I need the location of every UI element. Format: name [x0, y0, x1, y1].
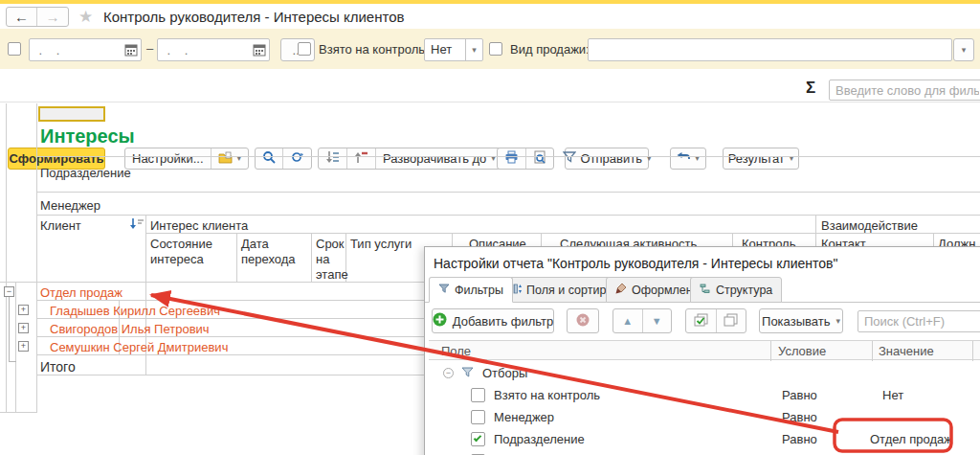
back-button[interactable]: ← [7, 8, 37, 26]
back-arrow-icon: ← [14, 9, 29, 25]
interest-group-header: Интерес клиента [150, 218, 248, 233]
group-row-department[interactable]: Отдел продаж [40, 285, 122, 300]
sort-descending-icon[interactable] [129, 218, 144, 233]
column-header: Дата перехода [241, 237, 308, 267]
dialog-title: Настройки отчета "Контроль руководителя … [434, 256, 837, 271]
sale-type-caret-button[interactable]: ▾ [953, 38, 974, 61]
filter-field: Подразделение [494, 432, 585, 446]
date-to-input[interactable] [164, 39, 246, 60]
expand-row-toggle[interactable]: + [18, 323, 29, 333]
filter-condition[interactable]: Равно [782, 388, 817, 402]
check-button-group [685, 308, 746, 333]
favorite-star-icon[interactable]: ★ [78, 7, 93, 27]
move-button-group: ▲ ▼ [612, 308, 672, 333]
filters-group-row[interactable]: − Отборы [429, 363, 980, 385]
calendar-icon[interactable] [124, 43, 138, 59]
column-header: Тип услуги [350, 237, 412, 251]
date-from-input[interactable] [35, 39, 118, 60]
department-row-label: Подразделение [40, 166, 131, 180]
delete-filter-button[interactable] [567, 308, 599, 333]
taken-on-control-label: Взято на контроль: [319, 42, 429, 57]
cell-cursor[interactable] [38, 106, 105, 122]
filter-value-highlighted[interactable]: Отдел продаж [870, 432, 952, 446]
add-filter-button[interactable]: Добавить фильтр [432, 308, 554, 333]
filter-row-partial[interactable] [429, 451, 980, 455]
delete-circle-icon [576, 313, 590, 330]
manager-row[interactable]: Гладышев Кирилл Сергеевич [50, 304, 220, 318]
filter-row-checkbox[interactable] [471, 410, 485, 424]
move-up-button[interactable]: ▲ [613, 309, 643, 332]
taken-on-control-checkbox[interactable] [298, 42, 311, 56]
nav-button-group: ← → [6, 7, 69, 27]
filter-condition[interactable]: Равно [782, 432, 817, 446]
sale-type-input[interactable] [588, 38, 952, 61]
uncheck-all-icon [724, 313, 738, 330]
column-header-condition: Условие [778, 344, 826, 358]
filters-funnel-icon [461, 367, 474, 381]
chevron-down-icon: ▾ [835, 317, 840, 326]
quick-filter-input[interactable] [829, 80, 980, 101]
filters-group-label: Отборы [482, 366, 527, 380]
total-row-label: Итого [40, 359, 76, 375]
plus-circle-icon [433, 312, 447, 330]
filters-table-header: Поле Условие Значение [429, 340, 980, 360]
check-all-button[interactable] [686, 309, 717, 332]
expand-row-toggle[interactable]: + [18, 305, 29, 315]
forward-button[interactable]: → [37, 8, 68, 26]
filter-value[interactable]: Нет [882, 388, 903, 402]
filter-field: Менеджер [494, 410, 554, 424]
chevron-down-icon: ▾ [962, 46, 967, 55]
report-heading: Интересы [40, 125, 135, 148]
report-toolbar: Сформировать Настройки... ▾ [0, 69, 980, 102]
column-header: Состояние интереса [150, 237, 232, 267]
paintbrush-icon [615, 283, 627, 297]
tab-filters[interactable]: Фильтры [429, 277, 513, 303]
collapse-circle-icon[interactable]: − [443, 368, 454, 378]
manager-row-label: Менеджер [40, 198, 100, 213]
check-all-icon [694, 313, 708, 330]
move-down-button[interactable]: ▼ [643, 309, 672, 332]
collapse-group-toggle[interactable]: − [4, 286, 14, 297]
structure-tree-icon [700, 284, 711, 297]
funnel-icon [438, 284, 450, 297]
filter-row-checkbox-checked[interactable] [471, 432, 485, 446]
tab-structure[interactable]: Структура [690, 277, 782, 303]
sale-type-label: Вид продажи: [510, 42, 590, 57]
sale-type-checkbox[interactable] [489, 42, 502, 56]
filter-condition[interactable]: Равно [782, 410, 817, 424]
combo-caret-button[interactable]: ▾ [465, 39, 482, 60]
arrow-down-icon: ▼ [652, 315, 662, 327]
filter-row[interactable]: Взято на контроль Равно Нет [429, 385, 980, 407]
arrow-up-icon: ▲ [622, 315, 633, 327]
report-settings-dialog: Настройки отчета "Контроль руководителя … [424, 246, 980, 455]
filter-row-checkbox[interactable] [471, 388, 485, 402]
column-header-value: Значение [879, 344, 934, 358]
interaction-group-header: Взаимодействие [821, 218, 918, 233]
manager-row[interactable]: Свигородов Илья Петрович [50, 322, 210, 336]
taken-on-control-value: Нет [431, 42, 452, 57]
filter-bar: – ... Взято на контроль: Нет ▾ Вид прода… [0, 29, 980, 69]
period-checkbox[interactable] [8, 42, 21, 56]
manager-row[interactable]: Семушкин Сергей Дмитриевич [50, 340, 228, 354]
tab-label: Фильтры [455, 284, 503, 297]
sigma-sum-button[interactable]: Σ [806, 79, 815, 98]
show-label: Показывать [762, 314, 830, 329]
uncheck-all-button[interactable] [717, 309, 746, 332]
calendar-icon[interactable] [253, 43, 266, 59]
chevron-down-icon: ▾ [472, 45, 477, 55]
dialog-search-input[interactable] [858, 310, 980, 332]
show-button[interactable]: Показывать ▾ [759, 308, 843, 333]
column-header: Срок на этапе [316, 237, 346, 283]
filter-field: Взято на контроль [494, 388, 600, 402]
date-to-field[interactable] [157, 38, 270, 61]
expand-row-toggle[interactable]: + [18, 341, 29, 352]
title-bar: ← → ★ Контроль руководителя - Интересы к… [0, 4, 980, 29]
column-header-field: Поле [441, 344, 471, 358]
taken-on-control-combo[interactable]: Нет ▾ [424, 38, 483, 61]
filter-row[interactable]: Менеджер Равно [429, 407, 980, 429]
tab-label: Структура [716, 284, 772, 297]
date-from-field[interactable] [29, 38, 142, 61]
add-filter-label: Добавить фильтр [453, 314, 554, 329]
filter-row[interactable]: Подразделение Равно Отдел продаж [429, 429, 980, 451]
date-range-dash: – [146, 41, 153, 56]
